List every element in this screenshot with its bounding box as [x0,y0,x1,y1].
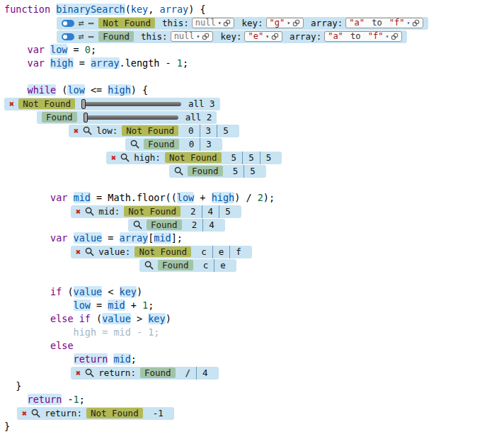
call-log-widget: ⇄⋯Not Foundthis:null▾key:"g"▾array:"a" t… [57,17,428,30]
probe-widget: Foundce [139,259,236,272]
link-icon[interactable] [223,19,231,27]
trace-badge[interactable]: Not Found [86,408,143,418]
slider-row: Foundall 2 [0,110,504,124]
slider-handle[interactable] [81,99,86,109]
magnifier-icon [174,166,183,176]
value-dropdown[interactable]: null▾ [192,18,235,28]
probe-label: value: [98,246,130,258]
code-token: = Math.floor(( [91,192,177,203]
trace-badge[interactable]: Found [42,112,77,122]
trace-badge[interactable]: Not Found [98,18,155,28]
value-dropdown[interactable]: "a" to "f"▾ [345,18,423,28]
code-token: low [67,84,84,96]
probe-row: ✖mid:Not Found245 [0,205,504,218]
value-dropdown[interactable]: "e"▾ [244,31,282,42]
code-token: array [160,4,189,15]
probe-value: 5 [227,165,244,178]
code-token: high [50,57,74,69]
code-token: if [79,313,91,324]
code-token: ) / [234,192,258,203]
code-token: ; [183,57,188,69]
chevron-down-icon[interactable]: ▾ [197,32,200,41]
probe-value: c [197,259,214,272]
trace-count-widget: ✖Not Foundall 3 [4,98,220,110]
probe-values: 555 [226,152,277,164]
link-icon[interactable] [412,19,420,27]
trace-badge[interactable]: Found [144,139,179,149]
call-field: array:"a" to "f"▾ [311,17,423,30]
close-icon[interactable]: ✖ [22,407,27,420]
chevron-down-icon[interactable]: ▾ [265,32,269,41]
code-token: ( [125,4,131,15]
more-options-icon[interactable]: ⋯ [88,17,95,30]
toggle-icon[interactable] [62,20,74,27]
trace-badge[interactable]: Found [158,260,193,270]
field-label: array: [290,30,321,43]
magnifier-icon [130,139,139,149]
close-icon[interactable]: ✖ [76,367,81,380]
trace-badge[interactable]: Not Found [134,246,191,257]
swap-arrows-icon[interactable]: ⇄ [79,17,84,30]
slider-handle[interactable] [84,113,88,122]
probe-value: 4 [202,205,219,218]
probe-values: 03 [183,138,217,151]
probe-values: 245 [185,205,236,218]
trace-badge[interactable]: Not Found [122,125,178,136]
slider-row: ✖Not Foundall 3 [0,97,504,110]
trace-badge[interactable]: Found [98,31,134,42]
trace-badge[interactable]: Not Found [124,206,181,217]
trace-badge[interactable]: Found [188,166,223,176]
dropdown-value: "a" [349,18,365,28]
link-icon[interactable] [292,19,300,27]
trace-slider[interactable] [84,115,178,120]
probe-widget: ✖low:Not Found035 [69,125,239,137]
code-token: var [28,57,51,69]
code-token: mid [154,232,171,244]
code-token: low [177,192,194,203]
probe-value: -1 [147,407,169,420]
code-token: value [102,313,131,324]
close-icon[interactable]: ✖ [111,152,116,164]
code-line: low = mid + 1; [0,299,504,312]
trace-slider[interactable] [82,102,181,106]
trace-badge[interactable]: Not Found [165,152,222,163]
toggle-icon[interactable] [62,33,74,40]
call-row: ⇄⋯Foundthis:null▾key:"e"▾array:"a" to "f… [0,30,504,43]
code-line: if (value < key) [0,285,504,299]
link-icon[interactable] [391,33,399,40]
close-icon[interactable]: ✖ [76,246,81,258]
dropdown-value: null [195,18,216,28]
trace-badge[interactable]: Found [140,367,176,378]
code-token: key [148,313,165,324]
swap-arrows-icon[interactable]: ⇄ [79,30,84,43]
code-token: ; [91,44,96,55]
chevron-down-icon[interactable]: ▾ [287,18,290,28]
code-token: ) [166,313,171,324]
code-token: low [50,44,67,55]
more-options-icon[interactable]: ⋯ [88,30,95,43]
probe-label: mid: [98,205,120,218]
value-dropdown[interactable]: null▾ [171,31,214,42]
probe-widget: ✖return:Not Found-1 [17,407,174,420]
code-token: > [131,313,148,324]
close-icon[interactable]: ✖ [76,205,81,218]
chevron-down-icon[interactable]: ▾ [385,32,389,41]
chevron-down-icon[interactable]: ▾ [218,18,222,28]
trace-badge[interactable]: Not Found [18,98,75,109]
code-token: = [91,300,108,311]
value-dropdown[interactable]: "g"▾ [266,18,304,28]
dropdown-value: "a" [328,32,343,41]
dropdown-value: "g" [270,18,285,28]
link-icon[interactable] [271,33,279,40]
magnifier-icon [133,220,142,229]
probe-value: 3 [200,125,217,137]
link-icon[interactable] [202,33,210,40]
code-token: var [28,44,51,55]
code-line: function binarySearch(key, array) { [0,3,504,16]
trace-badge[interactable]: Found [147,219,182,230]
probe-value: 2 [185,205,202,218]
close-icon[interactable]: ✖ [9,98,14,110]
chevron-down-icon[interactable]: ▾ [407,18,411,28]
close-icon[interactable]: ✖ [74,125,79,137]
value-dropdown[interactable]: "a" to "f"▾ [324,31,402,42]
